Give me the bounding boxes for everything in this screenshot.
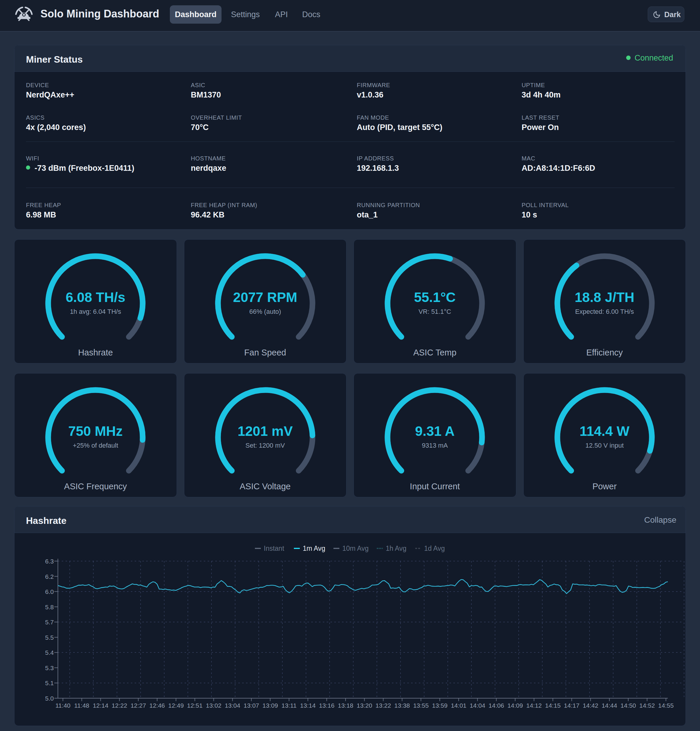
svg-text:13:14: 13:14 [300, 702, 316, 709]
svg-text:14:50: 14:50 [621, 702, 636, 709]
svg-text:12:51: 12:51 [187, 702, 203, 709]
svg-text:13:11: 13:11 [281, 702, 297, 709]
svg-text:13:16: 13:16 [319, 702, 335, 709]
svg-text:14:01: 14:01 [451, 702, 467, 709]
svg-text:13:20: 13:20 [357, 702, 372, 709]
svg-text:Instant: Instant [264, 545, 284, 552]
svg-text:1m Avg: 1m Avg [303, 545, 325, 552]
svg-text:14:12: 14:12 [526, 702, 542, 709]
svg-text:12:49: 12:49 [168, 702, 184, 709]
svg-text:5.4: 5.4 [45, 649, 54, 656]
svg-text:12:22: 12:22 [112, 702, 127, 709]
svg-text:13:09: 13:09 [262, 702, 278, 709]
svg-text:14:06: 14:06 [489, 702, 504, 709]
svg-text:14:52: 14:52 [640, 702, 655, 709]
svg-text:12:46: 12:46 [149, 702, 165, 709]
svg-text:5.7: 5.7 [45, 619, 54, 625]
svg-text:14:09: 14:09 [507, 702, 523, 709]
svg-text:13:07: 13:07 [244, 702, 259, 709]
svg-text:5.0: 5.0 [45, 695, 54, 702]
svg-text:13:55: 13:55 [413, 702, 429, 709]
svg-text:5.3: 5.3 [45, 665, 54, 671]
svg-text:11:48: 11:48 [74, 702, 89, 709]
svg-text:5.8: 5.8 [45, 604, 54, 611]
svg-text:12:14: 12:14 [93, 702, 108, 709]
svg-text:5.1: 5.1 [45, 680, 54, 686]
svg-text:6.0: 6.0 [45, 588, 54, 595]
svg-text:5.5: 5.5 [45, 634, 54, 641]
svg-text:1h Avg: 1h Avg [386, 545, 406, 552]
svg-text:12:27: 12:27 [130, 702, 146, 709]
svg-text:14:42: 14:42 [583, 702, 598, 709]
svg-text:14:44: 14:44 [602, 702, 617, 709]
svg-text:14:55: 14:55 [658, 702, 674, 709]
svg-text:13:04: 13:04 [225, 702, 240, 709]
svg-text:10m Avg: 10m Avg [342, 545, 369, 552]
svg-text:13:22: 13:22 [375, 702, 391, 709]
svg-text:13:18: 13:18 [338, 702, 354, 709]
svg-text:11:40: 11:40 [56, 702, 70, 709]
svg-text:13:38: 13:38 [394, 702, 410, 709]
svg-text:14:17: 14:17 [564, 702, 580, 709]
svg-text:6.3: 6.3 [45, 558, 54, 565]
svg-text:13:59: 13:59 [432, 702, 448, 709]
svg-text:1d Avg: 1d Avg [424, 545, 445, 552]
svg-text:14:04: 14:04 [470, 702, 485, 709]
svg-text:13:02: 13:02 [206, 702, 221, 709]
svg-text:6.2: 6.2 [45, 573, 54, 580]
svg-text:14:15: 14:15 [545, 702, 561, 709]
